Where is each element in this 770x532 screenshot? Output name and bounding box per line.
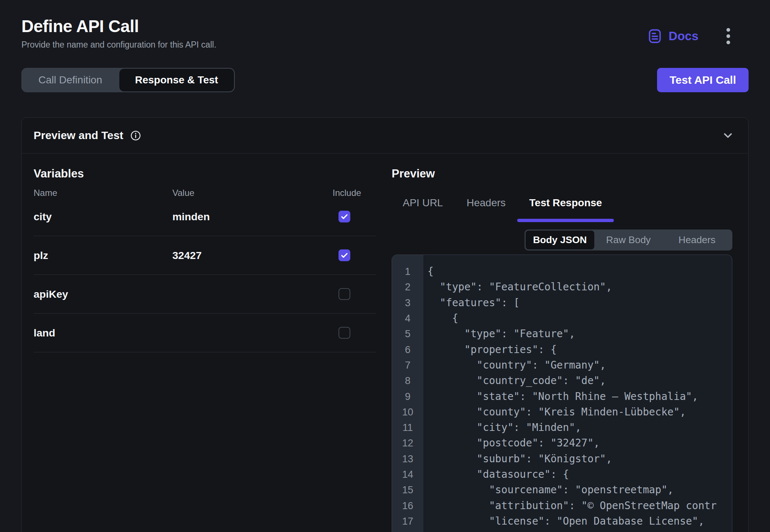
variable-row-land: land (34, 314, 376, 352)
kebab-menu-icon[interactable] (725, 27, 732, 46)
code-line: "country_code": "de", (427, 373, 732, 388)
line-number: 6 (392, 342, 423, 357)
response-json-code: { "type": "FeatureCollection", "features… (423, 255, 732, 532)
page-subtitle: Provide the name and configuration for t… (21, 40, 749, 50)
code-line: { (427, 264, 732, 279)
line-number: 15 (392, 482, 423, 498)
variable-name: apiKey (34, 288, 172, 300)
line-number: 1 (392, 264, 423, 279)
include-checkbox[interactable] (338, 288, 350, 300)
card-body: Variables Name Value Include city minden… (22, 153, 748, 532)
card-header: Preview and Test (22, 118, 748, 153)
toolbar-row: Call Definition Response & Test Test API… (21, 68, 749, 92)
code-line: "type": "Feature", (427, 326, 732, 342)
tab-test-response[interactable]: Test Response (529, 197, 602, 209)
card-title: Preview and Test (34, 129, 123, 142)
code-line: "city": "Minden", (427, 420, 732, 435)
code-line: "suburb": "Königstor", (427, 451, 732, 467)
line-number: 14 (392, 467, 423, 482)
page-title: Define API Call (21, 16, 749, 37)
response-body-tab-group: Body JSON Raw Body Headers (525, 229, 732, 251)
include-checkbox[interactable] (338, 249, 350, 261)
line-number: 4 (392, 311, 423, 326)
tab-raw-body[interactable]: Raw Body (594, 231, 663, 249)
docs-icon (647, 28, 663, 44)
code-line: "country": "Germany", (427, 357, 732, 373)
column-header-value: Value (172, 188, 333, 198)
variable-name: plz (34, 249, 172, 262)
variables-section: Variables Name Value Include city minden… (34, 153, 376, 532)
variable-name: city (34, 211, 172, 223)
line-number: 8 (392, 373, 423, 388)
code-line: "state": "North Rhine – Westphalia", (427, 389, 732, 404)
code-line: "features": [ (427, 295, 732, 311)
line-number: 17 (392, 514, 423, 529)
include-checkbox[interactable] (338, 211, 350, 222)
variables-column-headers: Name Value Include (34, 188, 376, 197)
line-number: 11 (392, 420, 423, 435)
line-number: 16 (392, 498, 423, 514)
line-number: 13 (392, 451, 423, 467)
line-number: 10 (392, 404, 423, 420)
tab-response-headers[interactable]: Headers (663, 231, 731, 249)
code-line: { (427, 311, 732, 326)
line-number: 18 (392, 529, 423, 532)
line-number-gutter: 123456789101112131415161718 (392, 255, 423, 532)
include-checkbox[interactable] (338, 327, 350, 339)
line-number: 9 (392, 389, 423, 404)
variable-row-apikey: apiKey (34, 275, 376, 314)
code-line (427, 529, 732, 532)
docs-label: Docs (668, 29, 698, 43)
variable-row-city: city minden (34, 197, 376, 236)
preview-section: Preview API URL Headers Test Response Bo… (392, 153, 732, 532)
header-actions: Docs (647, 27, 732, 46)
chevron-down-icon[interactable] (721, 128, 735, 142)
code-line: "license": "Open Database License", (427, 514, 732, 529)
code-line: "datasource": { (427, 467, 732, 482)
line-number: 3 (392, 295, 423, 311)
test-api-call-button[interactable]: Test API Call (657, 68, 749, 92)
code-line: "county": "Kreis Minden-Lübbecke", (427, 404, 732, 420)
variables-title: Variables (34, 167, 376, 180)
column-header-name: Name (34, 188, 172, 198)
preview-tab-bar: API URL Headers Test Response (392, 197, 732, 209)
code-line: "attribution": "© OpenStreetMap contr (427, 498, 732, 514)
main-tab-group: Call Definition Response & Test (21, 68, 235, 92)
preview-and-test-card: Preview and Test Variables Name Valu (21, 117, 749, 532)
tab-headers[interactable]: Headers (467, 197, 506, 209)
define-api-call-page: Define API Call Provide the name and con… (0, 0, 770, 532)
line-number: 12 (392, 435, 423, 451)
info-icon[interactable] (130, 130, 141, 141)
variable-value[interactable]: minden (172, 211, 333, 223)
response-body-editor[interactable]: 123456789101112131415161718 { "type": "F… (392, 255, 732, 532)
code-line: "type": "FeatureCollection", (427, 279, 732, 295)
line-number: 5 (392, 326, 423, 342)
tab-body-json[interactable]: Body JSON (526, 231, 594, 249)
tab-response-and-test[interactable]: Response & Test (119, 68, 234, 92)
variable-name: land (34, 327, 172, 339)
column-header-include: Include (333, 188, 376, 198)
code-line: "sourcename": "openstreetmap", (427, 482, 732, 498)
docs-link[interactable]: Docs (647, 28, 698, 44)
tab-api-url[interactable]: API URL (403, 197, 443, 209)
preview-title: Preview (392, 167, 732, 180)
code-line: "properties": { (427, 342, 732, 357)
code-line: "postcode": "32427", (427, 435, 732, 451)
line-number: 7 (392, 357, 423, 373)
variable-row-plz: plz 32427 (34, 236, 376, 275)
variable-value[interactable]: 32427 (172, 249, 333, 262)
line-number: 2 (392, 279, 423, 295)
tab-call-definition[interactable]: Call Definition (22, 68, 119, 92)
